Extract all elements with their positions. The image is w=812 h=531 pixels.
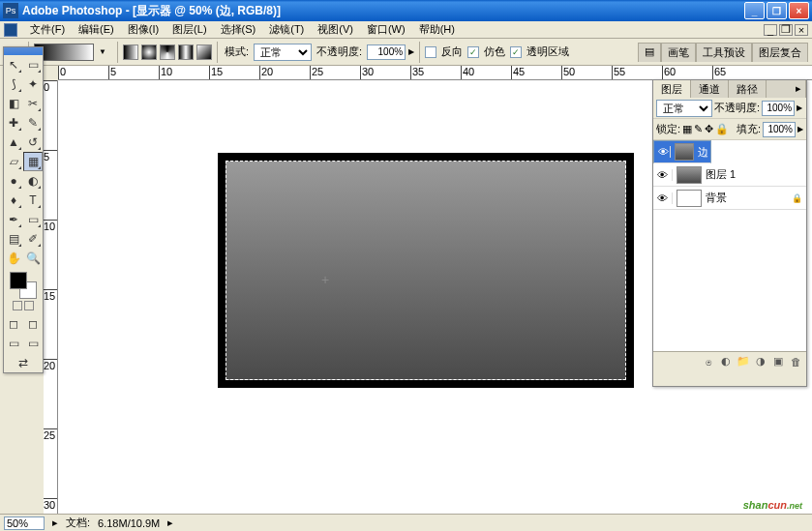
menu-filter[interactable]: 滤镜(T) [262, 21, 311, 38]
shape-tool[interactable]: ▭ [23, 210, 43, 229]
layer-thumbnail[interactable] [677, 190, 702, 207]
layer-name[interactable]: 背景 [706, 191, 727, 205]
type-tool[interactable]: T [23, 191, 43, 210]
wand-tool[interactable]: ✦ [23, 74, 43, 94]
zoom-tool[interactable]: 🔍 [23, 249, 43, 268]
gradient-reflected-icon[interactable] [178, 44, 194, 60]
quickmask-on[interactable]: ◻ [23, 314, 43, 334]
opacity-arrow-icon[interactable]: ▶ [408, 47, 414, 56]
jump-imageready[interactable]: ⇄ [4, 353, 43, 372]
swap-colors-icon[interactable] [24, 301, 34, 310]
menu-image[interactable]: 图像(I) [121, 21, 165, 38]
tab-tool-presets[interactable]: 工具预设 [696, 43, 752, 62]
layer-thumbnail[interactable] [677, 166, 702, 184]
move-tool[interactable]: ↖ [4, 55, 23, 74]
gradient-radial-icon[interactable] [141, 44, 157, 60]
tab-paths[interactable]: 路径 [729, 80, 767, 98]
opacity-input[interactable] [367, 44, 406, 60]
layer-name[interactable]: 边 [698, 145, 708, 160]
lock-trans-icon[interactable]: ▦ [682, 123, 692, 135]
visibility-icon[interactable]: 👁 [656, 146, 671, 158]
layer-item[interactable]: 👁 图层 1 [653, 163, 806, 187]
layer-blend-select[interactable]: 正常 [656, 100, 712, 117]
menu-layer[interactable]: 图层(L) [165, 21, 213, 38]
notes-tool[interactable]: ▤ [4, 229, 23, 249]
pen-tool[interactable]: ✒ [4, 210, 23, 229]
blur-tool[interactable]: ● [4, 171, 23, 191]
new-layer-icon[interactable]: ▣ [771, 355, 785, 368]
menu-window[interactable]: 窗口(W) [360, 21, 412, 38]
hand-tool[interactable]: ✋ [4, 249, 23, 268]
lock-paint-icon[interactable]: ✎ [694, 123, 703, 135]
maximize-button[interactable]: ❐ [767, 2, 787, 19]
eraser-tool[interactable]: ▱ [4, 152, 23, 171]
marquee-tool[interactable]: ▭ [23, 55, 43, 74]
lasso-tool[interactable]: ⟆ [4, 74, 23, 94]
layer-opacity-input[interactable] [762, 101, 795, 116]
healing-tool[interactable]: ✚ [4, 113, 23, 133]
quickmask-off[interactable]: ◻ [4, 314, 23, 334]
reverse-checkbox[interactable] [425, 46, 436, 58]
tab-layers[interactable]: 图层 [653, 80, 691, 98]
menu-help[interactable]: 帮助(H) [412, 21, 462, 38]
stamp-tool[interactable]: ▲ [4, 133, 23, 152]
screen-standard[interactable]: ▭ [4, 334, 23, 353]
gradient-linear-icon[interactable] [123, 44, 138, 60]
layer-mask-icon[interactable]: ◐ [719, 355, 733, 368]
doc-restore-button[interactable]: ❐ [779, 24, 793, 36]
fill-input[interactable] [763, 122, 796, 137]
screen-full-menus[interactable]: ▭ [23, 334, 43, 353]
gradient-diamond-icon[interactable] [196, 44, 212, 60]
lock-move-icon[interactable]: ✥ [705, 123, 713, 135]
visibility-icon[interactable]: 👁 [653, 192, 673, 204]
fill-flyout-icon[interactable]: ▶ [797, 125, 803, 133]
ps-menu-icon[interactable] [4, 23, 17, 37]
doc-close-button[interactable]: × [795, 24, 808, 36]
menu-view[interactable]: 视图(V) [311, 21, 360, 38]
blend-mode-select[interactable]: 正常 [254, 44, 312, 61]
layer-thumbnail[interactable] [675, 143, 694, 161]
visibility-icon[interactable]: 👁 [653, 169, 673, 181]
ruler-vertical[interactable]: 051015202530 [44, 80, 58, 525]
foreground-color[interactable] [10, 272, 27, 289]
color-swatch[interactable] [10, 272, 37, 299]
document-canvas[interactable]: + [218, 153, 634, 388]
palette-well-icon[interactable]: ▤ [638, 43, 661, 62]
delete-layer-icon[interactable]: 🗑 [789, 356, 802, 368]
layer-name[interactable]: 图层 1 [706, 167, 736, 182]
doc-info-icon[interactable]: ▸ [52, 516, 58, 529]
tab-layer-comps[interactable]: 图层复合 [752, 43, 808, 62]
menu-edit[interactable]: 编辑(E) [72, 21, 121, 38]
doc-info-arrow-icon[interactable]: ▸ [167, 516, 173, 529]
dither-checkbox[interactable]: ✓ [467, 46, 479, 58]
close-button[interactable]: × [789, 2, 809, 19]
default-colors-icon[interactable] [13, 301, 22, 310]
new-adjust-icon[interactable]: ◑ [754, 355, 767, 368]
layer-item[interactable]: 👁 背景 🔒 [653, 187, 806, 210]
ruler-horizontal[interactable]: 05101520253035404550556065 [58, 66, 812, 80]
slice-tool[interactable]: ✂ [23, 94, 43, 113]
transparency-checkbox[interactable]: ✓ [510, 46, 522, 58]
tab-brushes[interactable]: 画笔 [661, 43, 696, 62]
dodge-tool[interactable]: ◐ [23, 171, 43, 191]
layer-item[interactable]: 👁 边 [653, 140, 711, 163]
zoom-field[interactable]: 50% [4, 516, 45, 530]
gradient-angle-icon[interactable] [160, 44, 175, 60]
eyedropper-tool[interactable]: ✐ [23, 229, 43, 249]
gradient-tool[interactable]: ▦ [23, 152, 43, 171]
menu-file[interactable]: 文件(F) [23, 21, 72, 38]
crop-tool[interactable]: ◧ [4, 94, 23, 113]
lock-all-icon[interactable]: 🔒 [715, 123, 729, 135]
path-tool[interactable]: ♦ [4, 191, 23, 210]
minimize-button[interactable]: _ [744, 2, 765, 19]
tab-channels[interactable]: 通道 [691, 80, 729, 98]
new-set-icon[interactable]: 📁 [737, 355, 750, 368]
menu-select[interactable]: 选择(S) [214, 21, 263, 38]
doc-minimize-button[interactable]: _ [764, 24, 777, 36]
panel-menu-icon[interactable]: ▸ [792, 80, 806, 98]
toolbox-header[interactable] [4, 47, 43, 55]
brush-tool[interactable]: ✎ [23, 113, 43, 133]
opacity-flyout-icon[interactable]: ▶ [797, 103, 802, 112]
history-brush-tool[interactable]: ↺ [23, 133, 43, 152]
layer-fx-icon[interactable]: ⍟ [702, 356, 715, 368]
